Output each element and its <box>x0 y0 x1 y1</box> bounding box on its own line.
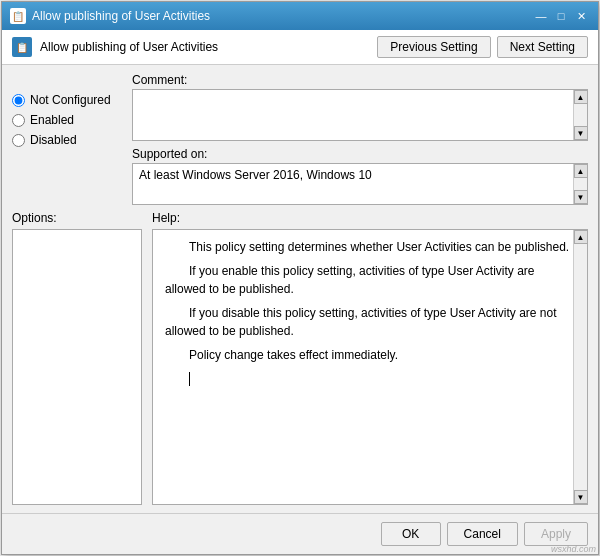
help-panel: Help: This policy setting determines whe… <box>152 211 588 505</box>
radio-enabled-label: Enabled <box>30 113 74 127</box>
help-scroll-up[interactable]: ▲ <box>574 230 588 244</box>
help-para-3: If you disable this policy setting, acti… <box>165 304 575 340</box>
scroll-down-arrow[interactable]: ▼ <box>574 126 588 140</box>
previous-setting-button[interactable]: Previous Setting <box>377 36 490 58</box>
radio-disabled-label: Disabled <box>30 133 77 147</box>
title-bar-controls: — □ ✕ <box>532 7 590 25</box>
supported-scroll-down[interactable]: ▼ <box>574 190 588 204</box>
help-label: Help: <box>152 211 588 225</box>
comment-scrollbar[interactable]: ▲ ▼ <box>573 90 587 140</box>
supported-scroll-up[interactable]: ▲ <box>574 164 588 178</box>
radio-enabled[interactable]: Enabled <box>12 113 122 127</box>
main-window: 📋 Allow publishing of User Activities — … <box>1 1 599 555</box>
help-para-2: If you enable this policy setting, activ… <box>165 262 575 298</box>
options-box <box>12 229 142 505</box>
bottom-bar: OK Cancel Apply <box>2 513 598 554</box>
radio-disabled[interactable]: Disabled <box>12 133 122 147</box>
cancel-button[interactable]: Cancel <box>447 522 518 546</box>
comment-group: Comment: ▲ ▼ <box>132 73 588 141</box>
radio-group: Not Configured Enabled Disabled <box>12 73 122 205</box>
comment-textarea[interactable] <box>133 90 587 140</box>
minimize-button[interactable]: — <box>532 7 550 25</box>
radio-not-configured-label: Not Configured <box>30 93 111 107</box>
scroll-up-arrow[interactable]: ▲ <box>574 90 588 104</box>
help-box: This policy setting determines whether U… <box>152 229 588 505</box>
options-panel: Options: <box>12 211 142 505</box>
help-cursor-line <box>165 370 575 388</box>
next-setting-button[interactable]: Next Setting <box>497 36 588 58</box>
comment-box: ▲ ▼ <box>132 89 588 141</box>
close-button[interactable]: ✕ <box>572 7 590 25</box>
ok-button[interactable]: OK <box>381 522 441 546</box>
comment-label: Comment: <box>132 73 588 87</box>
title-bar-icon: 📋 <box>10 8 26 24</box>
dialog-header-icon: 📋 <box>12 37 32 57</box>
supported-value: At least Windows Server 2016, Windows 10 <box>133 164 587 186</box>
dialog-header-buttons: Previous Setting Next Setting <box>377 36 588 58</box>
help-para-1: This policy setting determines whether U… <box>165 238 575 256</box>
title-bar: 📋 Allow publishing of User Activities — … <box>2 2 598 30</box>
supported-box: At least Windows Server 2016, Windows 10… <box>132 163 588 205</box>
help-para-4: Policy change takes effect immediately. <box>165 346 575 364</box>
radio-not-configured[interactable]: Not Configured <box>12 93 122 107</box>
maximize-button[interactable]: □ <box>552 7 570 25</box>
dialog-header: 📋 Allow publishing of User Activities Pr… <box>2 30 598 65</box>
supported-group: Supported on: At least Windows Server 20… <box>132 147 588 205</box>
content-area: Not Configured Enabled Disabled Comment: <box>2 65 598 513</box>
dialog-header-left: 📋 Allow publishing of User Activities <box>12 37 218 57</box>
help-scrollbar[interactable]: ▲ ▼ <box>573 230 587 504</box>
supported-label: Supported on: <box>132 147 588 161</box>
watermark: wsxhd.com <box>551 544 596 554</box>
middle-section: Options: Help: This policy setting deter… <box>12 211 588 505</box>
cursor-indicator <box>189 372 190 386</box>
options-label: Options: <box>12 211 142 225</box>
supported-scrollbar[interactable]: ▲ ▼ <box>573 164 587 204</box>
dialog-header-title: Allow publishing of User Activities <box>40 40 218 54</box>
help-scroll-down[interactable]: ▼ <box>574 490 588 504</box>
apply-button[interactable]: Apply <box>524 522 588 546</box>
help-text-content: This policy setting determines whether U… <box>153 230 587 402</box>
right-section: Comment: ▲ ▼ Supported on: At least Wind… <box>132 73 588 205</box>
top-section: Not Configured Enabled Disabled Comment: <box>12 73 588 205</box>
title-bar-text: Allow publishing of User Activities <box>32 9 532 23</box>
